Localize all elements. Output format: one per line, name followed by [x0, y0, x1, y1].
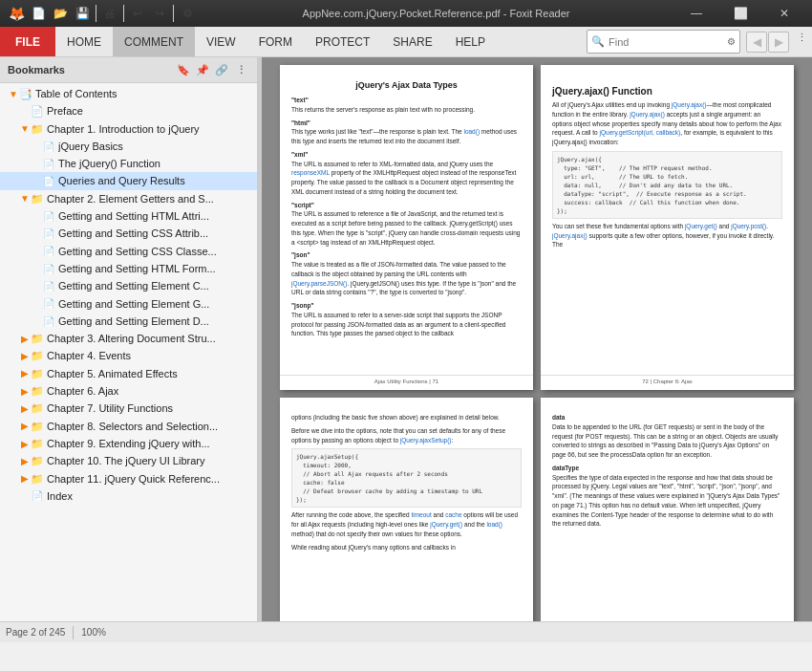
- page-72-text: All of jQuery's Ajax utilities end up in…: [552, 100, 782, 147]
- content-area[interactable]: jQuery's Ajax Data Types "text"This retu…: [262, 57, 812, 621]
- bookmark-html-form[interactable]: ▶ 📄 Getting and Setting HTML Form...: [0, 260, 257, 277]
- home-menu[interactable]: HOME: [55, 27, 113, 56]
- bookmark-tree: ▼ 📑 Table of Contents ▶ 📄 Preface ▼ 📁 Ch…: [0, 83, 257, 621]
- view-menu[interactable]: VIEW: [195, 27, 247, 56]
- bookmark-css-attr[interactable]: ▶ 📄 Getting and Setting CSS Attrib...: [0, 225, 257, 242]
- ch6-expand-icon[interactable]: ▶: [19, 385, 31, 397]
- html-attr-icon: 📄: [42, 209, 55, 223]
- bookmark-jquery-basics[interactable]: ▶ 📄 jQuery Basics: [0, 138, 257, 155]
- ch4-icon: 📁: [31, 350, 44, 363]
- bottom-pages-row: options (including the basic five shown …: [269, 398, 804, 621]
- bookmark-jquery-fn[interactable]: ▶ 📄 The jQuery() Function: [0, 155, 257, 172]
- ch10-expand-icon[interactable]: ▶: [19, 455, 31, 466]
- page-72-footer: 72 | Chapter 6: Ajax: [541, 375, 794, 384]
- page-72-section-title: jQuery.ajax() Function: [552, 86, 782, 97]
- term-script: "script": [291, 202, 314, 208]
- more-options-icon[interactable]: ⋮: [791, 27, 812, 48]
- app-icon: 🦊: [6, 3, 27, 24]
- bookmark-element-d[interactable]: ▶ 📄 Getting and Setting Element D...: [0, 313, 257, 330]
- ch11-expand-icon[interactable]: ▶: [19, 473, 31, 485]
- ch5-expand-icon[interactable]: ▶: [19, 368, 31, 379]
- bookmark-icon-4[interactable]: ⋮: [232, 61, 249, 78]
- window-title: AppNee.com.jQuery.Pocket.Reference.pdf -…: [203, 8, 669, 19]
- close-button[interactable]: ✕: [762, 0, 806, 27]
- ch10-label: Chapter 10. The jQuery UI Library: [47, 454, 253, 467]
- css-attr-label: Getting and Setting CSS Attrib...: [58, 227, 253, 240]
- new-icon[interactable]: 📄: [28, 3, 49, 24]
- ch9-expand-icon[interactable]: ▶: [19, 438, 31, 449]
- bookmark-ch10[interactable]: ▶ 📁 Chapter 10. The jQuery UI Library: [0, 452, 257, 469]
- bookmark-ch7[interactable]: ▶ 📁 Chapter 7. Utility Functions: [0, 400, 257, 417]
- html-attr-label: Getting and Setting HTML Attri...: [58, 209, 253, 223]
- bookmark-icon-3[interactable]: 🔗: [213, 61, 230, 78]
- element-d-label: Getting and Setting Element D...: [58, 314, 253, 328]
- bookmark-ch11[interactable]: ▶ 📁 Chapter 11. jQuery Quick Referenc...: [0, 470, 257, 487]
- bookmark-html-attr[interactable]: ▶ 📄 Getting and Setting HTML Attri...: [0, 207, 257, 225]
- ch2-expand-icon[interactable]: ▼: [19, 193, 31, 205]
- bookmark-ch1[interactable]: ▼ 📁 Chapter 1. Introduction to jQuery: [0, 120, 257, 138]
- preface-label: Preface: [47, 104, 253, 118]
- form-menu[interactable]: FORM: [247, 27, 304, 56]
- bookmark-ch2[interactable]: ▼ 📁 Chapter 2. Element Getters and S...: [0, 190, 257, 207]
- save-icon[interactable]: 💾: [72, 3, 93, 24]
- title-bar: 🦊 📄 📂 💾 🖨 ↩ ↪ ⚙ AppNee.com.jQuery.Pocket…: [0, 0, 812, 27]
- ch8-icon: 📁: [31, 420, 44, 433]
- window-controls: — ⬜ ✕: [674, 0, 806, 27]
- search-settings-icon[interactable]: ⚙: [727, 36, 736, 47]
- term-xml: "xml": [291, 151, 308, 158]
- element-c-icon: 📄: [42, 279, 55, 292]
- page-71-text: "text"This returns the server's response…: [291, 96, 522, 338]
- open-icon[interactable]: 📂: [50, 3, 71, 24]
- undo-icon[interactable]: ↩: [127, 3, 148, 24]
- term-jsonp: "jsonp": [291, 302, 314, 309]
- ch1-expand-icon[interactable]: ▼: [19, 123, 31, 135]
- resize-handle[interactable]: [258, 57, 262, 621]
- ch7-expand-icon[interactable]: ▶: [19, 402, 31, 414]
- bookmark-ch6[interactable]: ▶ 📁 Chapter 6. Ajax: [0, 382, 257, 400]
- help-menu[interactable]: HELP: [444, 27, 497, 56]
- forward-button[interactable]: ▶: [768, 32, 789, 53]
- share-menu[interactable]: SHARE: [381, 27, 443, 56]
- bookmark-element-g[interactable]: ▶ 📄 Getting and Setting Element G...: [0, 295, 257, 313]
- bookmarks-header-icons: 🔖 📌 🔗 ⋮: [175, 61, 249, 78]
- bookmark-index[interactable]: ▶ 📄 Index: [0, 487, 257, 505]
- minimize-button[interactable]: —: [674, 0, 718, 27]
- bookmark-icon-2[interactable]: 📌: [194, 61, 211, 78]
- bookmark-ch5[interactable]: ▶ 📁 Chapter 5. Animated Effects: [0, 365, 257, 382]
- bookmarks-header: Bookmarks 🔖 📌 🔗 ⋮: [0, 57, 257, 83]
- bookmark-icon-1[interactable]: 🔖: [175, 61, 192, 78]
- toc-label: Table of Contents: [35, 87, 253, 100]
- ch3-expand-icon[interactable]: ▶: [19, 333, 31, 344]
- bookmark-toc[interactable]: ▼ 📑 Table of Contents: [0, 85, 257, 102]
- maximize-button[interactable]: ⬜: [718, 0, 762, 27]
- bookmark-element-c[interactable]: ▶ 📄 Getting and Setting Element C...: [0, 277, 257, 294]
- search-input[interactable]: [609, 36, 723, 48]
- protect-menu[interactable]: PROTECT: [304, 27, 381, 56]
- redo-icon[interactable]: ↪: [149, 3, 170, 24]
- bookmark-css-class[interactable]: ▶ 📄 Getting and Setting CSS Classe...: [0, 243, 257, 260]
- ch7-label: Chapter 7. Utility Functions: [47, 401, 253, 415]
- status-sep: [73, 626, 74, 639]
- ch2-icon: 📁: [31, 192, 44, 206]
- jb-label: jQuery Basics: [58, 140, 253, 153]
- ch11-icon: 📁: [31, 472, 44, 486]
- print-icon[interactable]: 🖨: [99, 3, 120, 24]
- ch8-expand-icon[interactable]: ▶: [19, 421, 31, 432]
- page-bottom-right: dataData to be appended to the URL (for …: [541, 398, 794, 621]
- settings-icon[interactable]: ⚙: [177, 3, 198, 24]
- term-text: "text": [291, 97, 309, 103]
- comment-menu[interactable]: COMMENT: [113, 27, 195, 56]
- ch9-icon: 📁: [31, 437, 44, 450]
- element-g-icon: 📄: [42, 297, 55, 311]
- file-menu[interactable]: FILE: [0, 27, 55, 56]
- bookmark-ch4[interactable]: ▶ 📁 Chapter 4. Events: [0, 347, 257, 364]
- back-button[interactable]: ◀: [746, 32, 767, 53]
- bookmark-ch8[interactable]: ▶ 📁 Chapter 8. Selectors and Selection..…: [0, 418, 257, 435]
- toc-expand-icon[interactable]: ▼: [8, 88, 19, 99]
- ch4-expand-icon[interactable]: ▶: [19, 351, 31, 362]
- bookmark-ch3[interactable]: ▶ 📁 Chapter 3. Altering Document Stru...: [0, 330, 257, 347]
- bookmark-ch9[interactable]: ▶ 📁 Chapter 9. Extending jQuery with...: [0, 435, 257, 452]
- ch6-icon: 📁: [31, 384, 44, 398]
- bookmark-queries[interactable]: ▶ 📄 Queries and Query Results: [0, 172, 257, 189]
- bookmark-preface[interactable]: ▶ 📄 Preface: [0, 102, 257, 119]
